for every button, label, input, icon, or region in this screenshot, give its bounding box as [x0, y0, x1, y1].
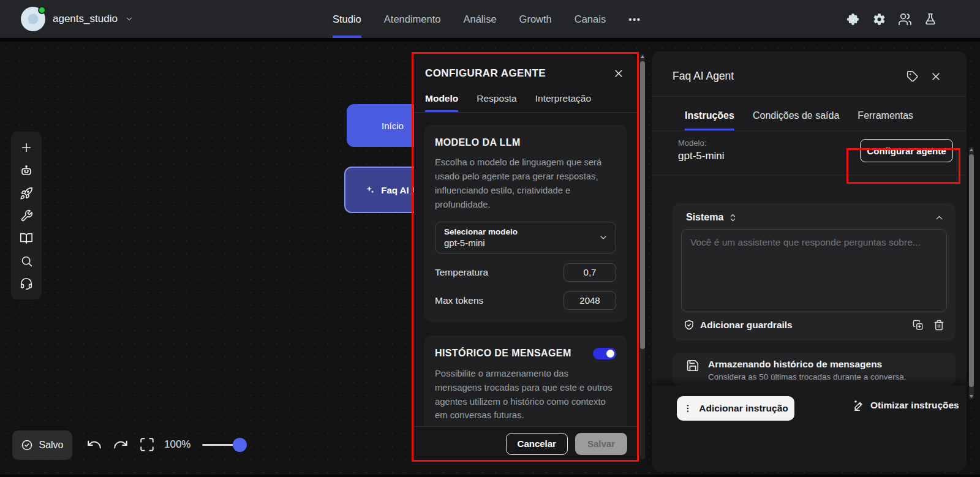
message-storage-card[interactable]: Armazenando histórico de mensagens Consi…: [673, 353, 956, 386]
llm-section-heading: MODELO DA LLM: [435, 137, 616, 148]
llm-section-description: Escolha o modelo de linguagem que será u…: [435, 156, 616, 212]
tag-icon: [907, 70, 919, 83]
tab-studio[interactable]: Studio: [333, 0, 361, 38]
wrench-icon: [20, 209, 33, 222]
search-icon: [20, 255, 33, 268]
modal-body: MODELO DA LLM Escolha o modelo de lingua…: [414, 113, 637, 426]
chevron-up-icon[interactable]: [934, 212, 944, 223]
max-tokens-input[interactable]: [564, 291, 616, 310]
model-select-value: gpt-5-mini: [444, 238, 607, 248]
agent-panel-header: Faq AI Agent: [652, 51, 967, 83]
tab-canais[interactable]: Canais: [575, 0, 606, 38]
save-button[interactable]: Salvar: [575, 433, 627, 455]
add-instruction-button[interactable]: Adicionar instrução: [677, 396, 794, 421]
more-menu-icon[interactable]: •••: [628, 0, 641, 38]
online-status-dot: [38, 6, 46, 14]
delete-instruction-button[interactable]: [933, 320, 944, 331]
history-section-description: Possibilite o armazenamento das mensagen…: [435, 367, 616, 423]
system-prompt-textarea[interactable]: [681, 229, 947, 312]
add-guardrails-button[interactable]: Adicionar guardrails: [684, 320, 793, 331]
floppy-save-icon: [686, 359, 699, 372]
users-icon: [898, 12, 912, 26]
optimize-instructions-label: Otimizar instruções: [870, 400, 959, 411]
panel-scrollbar-thumb[interactable]: [969, 154, 974, 387]
temperature-input[interactable]: [564, 263, 616, 282]
plus-icon: [20, 141, 33, 154]
max-tokens-label: Max tokens: [435, 295, 483, 306]
copy-plus-icon: [913, 320, 924, 331]
support-button[interactable]: [20, 277, 33, 290]
panel-close-button[interactable]: [930, 70, 942, 83]
undo-icon: [86, 437, 102, 453]
sparkles-icon: [364, 184, 375, 195]
chevron-down-icon: [598, 233, 608, 242]
fit-view-button[interactable]: [139, 437, 155, 453]
tab-atendimento[interactable]: Atendimento: [384, 0, 441, 38]
history-section-heading: HISTÓRICO DE MENSAGEM: [435, 348, 571, 359]
library-button[interactable]: [20, 231, 33, 245]
zoom-slider[interactable]: [202, 444, 243, 446]
chevron-down-icon: [125, 15, 134, 23]
close-icon: [612, 67, 625, 80]
modal-tab-interpretacao[interactable]: Interpretação: [535, 93, 591, 112]
llm-model-card: MODELO DA LLM Escolha o modelo de lingua…: [424, 125, 627, 322]
chat-bubble-icon: [26, 12, 40, 26]
panel-tab-condicoes[interactable]: Condições de saída: [753, 110, 839, 130]
maximize-icon: [139, 437, 155, 453]
save-status-pill[interactable]: Salvo: [12, 430, 72, 460]
modal-tab-modelo[interactable]: Modelo: [425, 93, 458, 112]
launch-button[interactable]: [20, 187, 33, 200]
shield-check-icon: [684, 320, 695, 331]
settings-button[interactable]: [872, 12, 886, 26]
topbar-actions: [846, 0, 937, 38]
panel-tab-ferramentas[interactable]: Ferramentas: [858, 110, 913, 130]
modal-header: CONFIGURAR AGENTE: [414, 54, 637, 87]
system-instruction-card: Sistema Adicionar guardrails: [673, 203, 956, 340]
magic-pen-icon: [853, 399, 865, 411]
message-history-card: HISTÓRICO DE MENSAGEM Possibilite o arma…: [424, 336, 627, 426]
chevrons-up-down-icon[interactable]: [728, 213, 737, 222]
robot-icon: [20, 164, 33, 178]
model-select-label: Selecionar modelo: [444, 227, 607, 236]
labs-button[interactable]: [924, 12, 937, 26]
scrollbar-up-arrow[interactable]: [970, 148, 973, 151]
zoom-slider-thumb[interactable]: [233, 438, 247, 452]
undo-button[interactable]: [86, 437, 102, 453]
main-nav: Studio Atendimento Análise Growth Canais…: [333, 0, 641, 38]
integrations-button[interactable]: [846, 12, 861, 26]
redo-icon: [113, 437, 129, 453]
panel-tab-instrucoes[interactable]: Instruções: [685, 110, 734, 130]
search-button[interactable]: [20, 255, 33, 268]
add-node-button[interactable]: [20, 141, 33, 154]
tab-growth[interactable]: Growth: [519, 0, 552, 38]
duplicate-instruction-button[interactable]: [913, 320, 924, 331]
optimize-instructions-button[interactable]: Otimizar instruções: [853, 399, 959, 411]
agents-button[interactable]: [20, 164, 33, 178]
model-select[interactable]: Selecionar modelo gpt-5-mini: [435, 222, 616, 254]
tools-button[interactable]: [20, 209, 33, 222]
configure-agent-button[interactable]: Configurar agente: [860, 139, 953, 162]
scrollbar-up-arrow[interactable]: [641, 55, 644, 58]
workspace-switcher[interactable]: agents_studio: [21, 0, 134, 38]
headset-icon: [20, 277, 33, 290]
modal-footer: Cancelar Salvar: [414, 426, 637, 460]
modal-close-button[interactable]: [612, 67, 625, 80]
puzzle-icon: [846, 12, 861, 26]
agent-panel: Faq AI Agent Instruções Condições de saí…: [652, 51, 967, 471]
scrollbar-down-arrow[interactable]: [970, 395, 973, 398]
tab-analise[interactable]: Análise: [463, 0, 496, 38]
cancel-button[interactable]: Cancelar: [506, 433, 568, 455]
modal-scrollbar[interactable]: [640, 54, 645, 459]
node-inicio-label: Início: [382, 121, 404, 131]
canvas-toolbar: [11, 132, 42, 299]
modal-tab-resposta[interactable]: Resposta: [477, 93, 516, 112]
agent-panel-tabs: Instruções Condições de saída Ferramenta…: [652, 97, 967, 130]
modal-scrollbar-thumb[interactable]: [640, 61, 645, 349]
tags-button[interactable]: [907, 70, 919, 83]
panel-scrollbar[interactable]: [969, 147, 974, 399]
history-toggle[interactable]: [593, 348, 616, 359]
add-guardrails-label: Adicionar guardrails: [700, 320, 793, 331]
team-button[interactable]: [898, 12, 912, 26]
redo-button[interactable]: [113, 437, 129, 453]
save-status-label: Salvo: [39, 440, 63, 451]
